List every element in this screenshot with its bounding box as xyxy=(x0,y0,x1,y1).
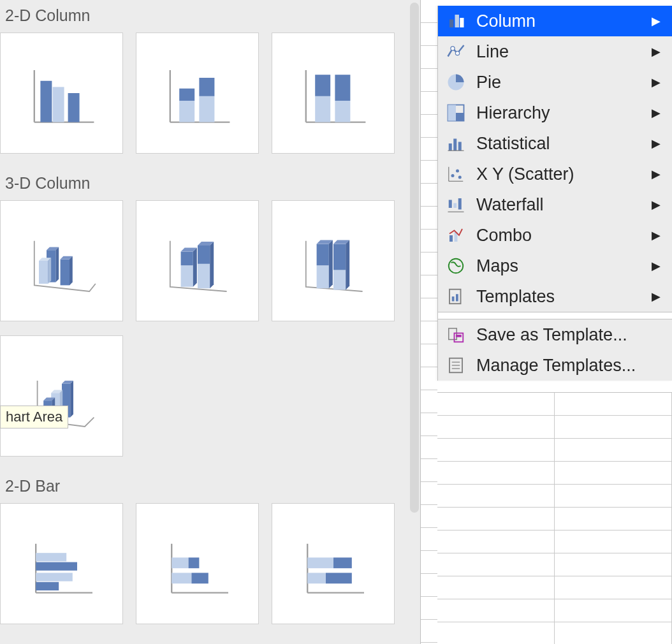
svg-rect-16 xyxy=(335,75,350,101)
svg-rect-34 xyxy=(316,265,328,288)
svg-rect-65 xyxy=(307,557,333,568)
svg-rect-101 xyxy=(456,335,462,337)
svg-marker-19 xyxy=(55,247,59,282)
thumb-3d-stacked-column[interactable] xyxy=(136,200,259,321)
svg-rect-72 xyxy=(455,15,459,27)
clustered-column-3d-icon xyxy=(24,223,100,299)
svg-rect-20 xyxy=(39,261,48,284)
svg-rect-27 xyxy=(180,252,193,266)
full-stacked-bar-icon xyxy=(295,525,372,602)
menu-item-templates[interactable]: Templates ▶ xyxy=(438,281,672,312)
thumb-100-stacked-bar[interactable] xyxy=(272,503,395,624)
submenu-arrow-icon: ▶ xyxy=(652,289,661,304)
stacked-bar-icon xyxy=(159,525,236,602)
svg-rect-68 xyxy=(326,573,352,583)
thumb-stacked-bar[interactable] xyxy=(136,503,259,624)
submenu-arrow-icon: ▶ xyxy=(652,14,661,28)
chart-gallery-panel: 2-D Column xyxy=(0,0,421,644)
menu-label: Line xyxy=(476,42,652,62)
svg-point-95 xyxy=(449,259,464,274)
thumb-100-stacked-column[interactable] xyxy=(272,33,395,154)
svg-rect-54 xyxy=(36,562,77,571)
thumb-row-3d-column xyxy=(0,200,420,335)
menu-item-statistical[interactable]: Statistical ▶ xyxy=(438,128,672,159)
svg-rect-90 xyxy=(453,203,457,209)
menu-item-scatter[interactable]: X Y (Scatter) ▶ xyxy=(438,159,672,189)
svg-rect-81 xyxy=(453,139,457,151)
svg-point-75 xyxy=(455,51,459,55)
thumb-stacked-column[interactable] xyxy=(136,33,259,154)
menu-item-combo[interactable]: Combo ▶ xyxy=(438,220,672,251)
line-icon xyxy=(444,40,467,63)
menu-item-save-template[interactable]: Save as Template... xyxy=(438,319,672,350)
svg-rect-7 xyxy=(179,101,194,122)
thumb-row-2d-column xyxy=(0,33,420,168)
svg-rect-82 xyxy=(458,142,462,151)
thumb-clustered-column[interactable] xyxy=(0,33,123,154)
waterfall-icon xyxy=(444,193,467,216)
thumb-row-2d-bar xyxy=(0,503,420,638)
svg-rect-80 xyxy=(449,143,452,150)
menu-item-hierarchy[interactable]: Hierarchy ▶ xyxy=(438,98,672,128)
svg-point-86 xyxy=(451,174,455,177)
svg-rect-56 xyxy=(36,582,59,590)
svg-rect-14 xyxy=(315,75,330,96)
combo-icon xyxy=(444,224,467,247)
menu-label: Save as Template... xyxy=(476,325,661,345)
menu-label: Hierarchy xyxy=(476,103,652,123)
svg-marker-25 xyxy=(69,256,73,286)
submenu-arrow-icon: ▶ xyxy=(652,45,661,59)
menu-label: Maps xyxy=(476,256,652,276)
thumb-3d-100-stacked-column[interactable] xyxy=(272,200,395,321)
chart-type-menu: Column ▶ Line ▶ Pie ▶ Hierarchy ▶ Statis… xyxy=(437,6,672,381)
menu-item-manage-templates[interactable]: Manage Templates... xyxy=(438,350,672,381)
menu-label: Combo xyxy=(476,226,652,245)
svg-rect-39 xyxy=(333,244,346,270)
menu-item-maps[interactable]: Maps ▶ xyxy=(438,251,672,281)
svg-rect-79 xyxy=(456,113,464,121)
stacked-column-3d-icon xyxy=(159,223,236,299)
thumb-row-3d-column-2 xyxy=(0,335,420,471)
svg-rect-69 xyxy=(449,20,453,28)
svg-rect-13 xyxy=(315,96,330,122)
menu-item-column[interactable]: Column ▶ xyxy=(438,6,672,36)
hierarchy-icon xyxy=(444,101,467,124)
thumb-clustered-bar[interactable] xyxy=(0,503,123,624)
spreadsheet-grid[interactable] xyxy=(437,392,672,644)
section-header-2d-column: 2-D Column xyxy=(0,0,420,33)
svg-marker-44 xyxy=(70,381,73,418)
menu-item-waterfall[interactable]: Waterfall ▶ xyxy=(438,189,672,220)
submenu-arrow-icon: ▶ xyxy=(652,259,661,273)
section-header-3d-column: 3-D Column xyxy=(0,168,420,200)
column-icon xyxy=(444,10,467,33)
clustered-bar-icon xyxy=(24,525,100,602)
gallery-scrollbar[interactable] xyxy=(410,3,419,513)
menu-label: Manage Templates... xyxy=(476,356,661,376)
svg-marker-33 xyxy=(210,242,214,288)
svg-point-88 xyxy=(458,176,462,179)
thumb-3d-column[interactable] xyxy=(0,335,123,457)
svg-rect-100 xyxy=(455,333,464,342)
svg-rect-31 xyxy=(198,245,210,264)
clustered-column-icon xyxy=(24,55,100,131)
svg-rect-98 xyxy=(456,294,458,301)
manage-templates-icon xyxy=(444,354,467,377)
background-grid-sliver xyxy=(421,0,437,644)
svg-rect-35 xyxy=(316,244,328,266)
menu-item-line[interactable]: Line ▶ xyxy=(438,36,672,67)
svg-rect-3 xyxy=(52,87,64,122)
templates-icon xyxy=(444,285,467,308)
svg-rect-78 xyxy=(448,105,457,121)
svg-rect-67 xyxy=(307,573,326,583)
menu-label: Templates xyxy=(476,287,652,307)
submenu-arrow-icon: ▶ xyxy=(652,228,661,242)
menu-label: Pie xyxy=(476,73,652,92)
menu-label: Waterfall xyxy=(476,195,652,215)
menu-item-pie[interactable]: Pie ▶ xyxy=(438,67,672,98)
thumb-3d-clustered-column[interactable] xyxy=(0,200,123,321)
svg-rect-97 xyxy=(452,296,455,302)
svg-rect-38 xyxy=(333,270,346,289)
svg-rect-9 xyxy=(199,96,214,122)
menu-label: X Y (Scatter) xyxy=(476,165,652,184)
svg-rect-23 xyxy=(60,260,69,286)
